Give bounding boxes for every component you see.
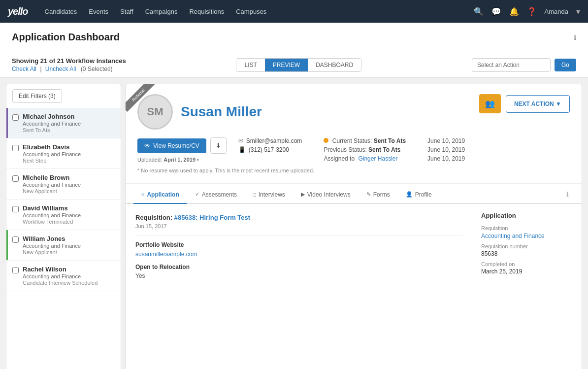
- candidate-details: 👁 View Resume/CV ⬇ Uploaded: April 1, 20…: [137, 137, 570, 163]
- email-row: ✉ Smiller@sample.com: [238, 137, 302, 144]
- toolbar: Showing 21 of 21 Workflow Instances Chec…: [0, 52, 588, 78]
- tab-forms-label: Forms: [373, 191, 390, 198]
- assigned-to-link[interactable]: Ginger Hassler: [358, 155, 397, 162]
- tab-video-interviews[interactable]: ▶ Video Interviews: [293, 186, 359, 204]
- candidate-name: David Williams: [23, 204, 115, 212]
- user-menu[interactable]: Amanda: [545, 8, 568, 15]
- assigned-row: Assigned to Ginger Hassler: [324, 155, 406, 162]
- candidate-dept: Accounting and Finance: [23, 121, 115, 127]
- candidate-checkbox-michael-johnson[interactable]: [12, 114, 19, 121]
- view-resume-button[interactable]: 👁 View Resume/CV: [137, 138, 206, 153]
- next-action-button[interactable]: NEXT ACTION ▼: [506, 95, 570, 113]
- candidate-name: Elizabeth Davis: [23, 143, 115, 151]
- sidebar-requisition-link[interactable]: Accounting and Finance: [481, 233, 545, 239]
- nav-staff[interactable]: Staff: [115, 6, 138, 17]
- nav-links: Candidates Events Staff Campaigns Requis…: [40, 6, 474, 17]
- tab-profile[interactable]: 👤 Profile: [398, 186, 440, 204]
- sidebar-completed-value: March 25, 2019: [481, 268, 574, 275]
- application-tab-icon: ≡: [141, 192, 144, 198]
- nav-campaigns[interactable]: Campaigns: [140, 6, 183, 17]
- uploaded-text: Uploaded: April 1, 2019 •: [137, 157, 227, 163]
- sidebar-requisition-label: Requisition: [481, 225, 574, 231]
- tab-application-label: Application: [147, 191, 179, 198]
- page-header: Application Dashboard ℹ: [0, 23, 588, 52]
- tab-application[interactable]: ≡ Application: [133, 186, 187, 204]
- action-select[interactable]: Select an Action: [472, 58, 551, 72]
- req-date: Jun 15, 2017: [135, 223, 463, 229]
- candidate-info: Rachel Wilson Accounting and Finance Can…: [23, 266, 115, 286]
- portfolio-link[interactable]: susanmillersample.com: [135, 251, 197, 258]
- candidate-item[interactable]: Elizabeth Davis Accounting and Finance N…: [6, 138, 121, 169]
- search-icon[interactable]: 🔍: [474, 7, 484, 16]
- candidate-checkbox-william-jones[interactable]: [12, 236, 19, 243]
- candidate-status: New Applicant: [23, 249, 115, 255]
- detail-tabs: ≡ Application ✓ Assessments □ Interviews…: [126, 186, 582, 204]
- list-tab-button[interactable]: LIST: [236, 59, 264, 71]
- sidebar-completed-label: Completed on: [481, 261, 574, 267]
- phone-value: (312) 517-3200: [249, 146, 289, 153]
- candidate-checkbox-michelle-brown[interactable]: [12, 175, 19, 182]
- go-button[interactable]: Go: [555, 59, 576, 71]
- uncheck-all-link[interactable]: Uncheck All: [45, 66, 76, 72]
- candidate-item[interactable]: Michelle Brown Accounting and Finance Ne…: [6, 169, 121, 200]
- candidate-status: Candidate Interview Scheduled: [23, 280, 115, 286]
- referral-ribbon: Referral: [126, 84, 157, 116]
- requisition-link[interactable]: #85638: Hiring Form Test: [174, 214, 250, 221]
- phone-row: 📱 (312) 517-3200: [238, 146, 302, 153]
- tab-interviews-label: Interviews: [259, 191, 285, 198]
- bell-icon[interactable]: 🔔: [509, 7, 519, 16]
- tab-video-interviews-label: Video Interviews: [307, 191, 351, 198]
- candidate-item[interactable]: David Williams Accounting and Finance Wo…: [6, 200, 121, 230]
- contact-info: ✉ Smiller@sample.com 📱 (312) 517-3200: [238, 137, 302, 153]
- candidate-checkbox-rachel-wilson[interactable]: [12, 267, 19, 273]
- check-all-link[interactable]: Check All: [12, 66, 36, 72]
- help-icon[interactable]: ❓: [527, 7, 537, 16]
- toolbar-left: Showing 21 of 21 Workflow Instances Chec…: [12, 57, 126, 72]
- tab-forms[interactable]: ✎ Forms: [359, 186, 398, 204]
- eye-icon: 👁: [144, 142, 150, 149]
- candidate-info: Elizabeth Davis Accounting and Finance N…: [23, 143, 115, 164]
- candidate-status: New Applicant: [23, 188, 115, 194]
- tab-info-icon[interactable]: ℹ: [561, 186, 574, 203]
- resume-section: 👁 View Resume/CV ⬇ Uploaded: April 1, 20…: [137, 137, 227, 163]
- candidate-status: Workflow Terminated: [23, 219, 115, 225]
- phone-icon: 📱: [238, 146, 246, 153]
- candidate-checkbox-david-williams[interactable]: [12, 206, 19, 212]
- candidate-item[interactable]: Michael Johnson Accounting and Finance S…: [6, 108, 121, 138]
- portfolio-label: Portfolio Website: [135, 241, 463, 248]
- nav-events[interactable]: Events: [84, 6, 113, 17]
- relocation-value: Yes: [135, 272, 463, 279]
- candidate-info: Michael Johnson Accounting and Finance S…: [23, 113, 115, 133]
- candidate-name: Rachel Wilson: [23, 266, 115, 273]
- tab-assessments[interactable]: ✓ Assessments: [187, 186, 245, 204]
- tab-profile-label: Profile: [415, 191, 432, 198]
- main-content: Edit Filters (3) Michael Johnson Account…: [6, 84, 582, 369]
- download-resume-button[interactable]: ⬇: [210, 137, 227, 154]
- candidate-checkbox-elizabeth-davis[interactable]: [12, 145, 19, 151]
- group-icon-button[interactable]: 👥: [479, 94, 501, 113]
- current-status-row: Current Status: Sent To Ats: [324, 137, 406, 144]
- nav-candidates[interactable]: Candidates: [40, 6, 82, 17]
- app-logo[interactable]: yello: [8, 6, 28, 17]
- divider: [135, 235, 463, 235]
- date-column: June 10, 2019 June 10, 2019 June 10, 201…: [427, 137, 465, 162]
- nav-requisitions[interactable]: Requisitions: [184, 6, 229, 17]
- resume-note: * No resume was used to apply. This is t…: [137, 168, 570, 173]
- nav-campuses[interactable]: Campuses: [231, 6, 271, 17]
- application-sidebar: Application Requisition Accounting and F…: [473, 204, 582, 289]
- user-dropdown-icon[interactable]: ▾: [576, 7, 580, 16]
- tab-interviews[interactable]: □ Interviews: [245, 186, 293, 204]
- messages-icon[interactable]: 💬: [491, 7, 501, 16]
- status-info: Current Status: Sent To Ats Previous Sta…: [324, 137, 406, 162]
- page-info-icon[interactable]: ℹ: [574, 34, 576, 41]
- candidate-item[interactable]: William Jones Accounting and Finance New…: [6, 230, 121, 261]
- candidate-name: Michelle Brown: [23, 174, 115, 181]
- edit-filters-button[interactable]: Edit Filters (3): [12, 89, 62, 103]
- preview-tab-button[interactable]: PREVIEW: [265, 59, 308, 71]
- relocation-label: Open to Relocation: [135, 264, 463, 270]
- dashboard-tab-button[interactable]: DASHBOARD: [308, 59, 361, 71]
- candidate-info: Michelle Brown Accounting and Finance Ne…: [23, 174, 115, 194]
- candidate-dept: Accounting and Finance: [23, 243, 115, 249]
- candidate-item[interactable]: Rachel Wilson Accounting and Finance Can…: [6, 261, 121, 291]
- date3: June 10, 2019: [427, 155, 465, 162]
